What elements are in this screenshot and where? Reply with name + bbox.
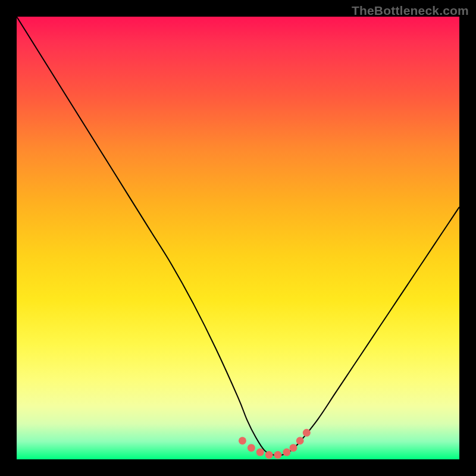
svg-point-4	[274, 451, 281, 459]
minimum-marker-dots	[239, 429, 311, 459]
svg-point-7	[296, 437, 304, 444]
svg-point-1	[248, 444, 255, 452]
chart-plot-area	[17, 17, 459, 459]
bottleneck-curve-line	[17, 17, 459, 456]
svg-point-8	[303, 429, 311, 437]
svg-point-0	[239, 437, 246, 444]
svg-point-6	[290, 444, 298, 452]
svg-point-2	[256, 449, 264, 456]
watermark-text: TheBottleneck.com	[352, 4, 469, 18]
svg-point-5	[283, 449, 290, 456]
chart-svg	[17, 17, 459, 459]
svg-point-3	[265, 451, 273, 459]
